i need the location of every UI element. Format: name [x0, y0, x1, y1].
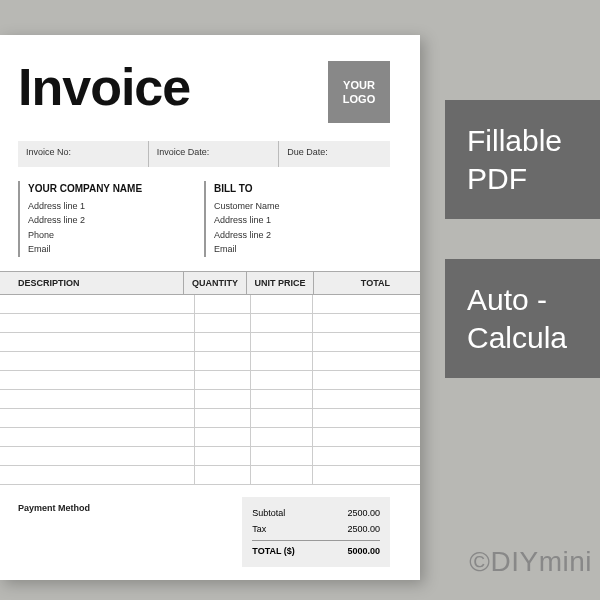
items-table: DESCRIPTION QUANTITY UNIT PRICE TOTAL — [0, 271, 420, 485]
logo-placeholder: YOUR LOGO — [328, 61, 390, 123]
table-row — [0, 428, 420, 447]
total-row: TOTAL ($) 5000.00 — [252, 540, 380, 559]
table-row — [0, 352, 420, 371]
table-row — [0, 390, 420, 409]
address-section: YOUR COMPANY NAME Address line 1 Address… — [0, 167, 420, 271]
billto-line2: Address line 2 — [214, 228, 390, 242]
from-line1: Address line 1 — [28, 199, 204, 213]
tax-row: Tax 2500.00 — [252, 521, 380, 537]
invoice-no-label: Invoice No: — [18, 141, 149, 167]
table-row — [0, 333, 420, 352]
page-title: Invoice — [18, 57, 190, 117]
side-block-fillable: Fillable PDF — [445, 100, 600, 219]
bill-to-address: BILL TO Customer Name Address line 1 Add… — [204, 181, 390, 257]
subtotal-value: 2500.00 — [347, 508, 380, 518]
subtotal-row: Subtotal 2500.00 — [252, 505, 380, 521]
billto-name: Customer Name — [214, 199, 390, 213]
col-total: TOTAL — [314, 272, 420, 294]
side-line1: Fillable — [467, 124, 562, 157]
from-address: YOUR COMPANY NAME Address line 1 Address… — [18, 181, 204, 257]
invoice-document: Invoice YOUR LOGO Invoice No: Invoice Da… — [0, 35, 420, 580]
from-heading: YOUR COMPANY NAME — [28, 181, 204, 197]
side-line4: Calcula — [467, 321, 567, 354]
table-row — [0, 314, 420, 333]
side-line2: PDF — [467, 162, 527, 195]
table-row — [0, 466, 420, 485]
billto-email: Email — [214, 242, 390, 256]
from-email: Email — [28, 242, 204, 256]
bottom-section: Payment Method Subtotal 2500.00 Tax 2500… — [0, 485, 420, 567]
from-phone: Phone — [28, 228, 204, 242]
watermark: ©DIYmini — [469, 546, 592, 578]
invoice-date-label: Invoice Date: — [149, 141, 280, 167]
col-description: DESCRIPTION — [0, 272, 184, 294]
table-header: DESCRIPTION QUANTITY UNIT PRICE TOTAL — [0, 272, 420, 295]
payment-method-label: Payment Method — [18, 497, 222, 567]
from-line2: Address line 2 — [28, 213, 204, 227]
tax-value: 2500.00 — [347, 524, 380, 534]
totals-box: Subtotal 2500.00 Tax 2500.00 TOTAL ($) 5… — [242, 497, 390, 567]
side-line3: Auto - — [467, 283, 547, 316]
table-row — [0, 447, 420, 466]
table-row — [0, 409, 420, 428]
table-row — [0, 295, 420, 314]
table-body — [0, 295, 420, 485]
tax-label: Tax — [252, 524, 266, 534]
col-unit-price: UNIT PRICE — [247, 272, 315, 294]
due-date-label: Due Date: — [279, 141, 390, 167]
total-label: TOTAL ($) — [252, 546, 295, 556]
total-value: 5000.00 — [347, 546, 380, 556]
billto-heading: BILL TO — [214, 181, 390, 197]
header: Invoice YOUR LOGO — [0, 57, 420, 123]
billto-line1: Address line 1 — [214, 213, 390, 227]
col-quantity: QUANTITY — [184, 272, 247, 294]
table-row — [0, 371, 420, 390]
side-block-auto: Auto - Calcula — [445, 259, 600, 378]
subtotal-label: Subtotal — [252, 508, 285, 518]
meta-bar: Invoice No: Invoice Date: Due Date: — [18, 141, 390, 167]
side-labels: Fillable PDF Auto - Calcula — [445, 100, 600, 418]
